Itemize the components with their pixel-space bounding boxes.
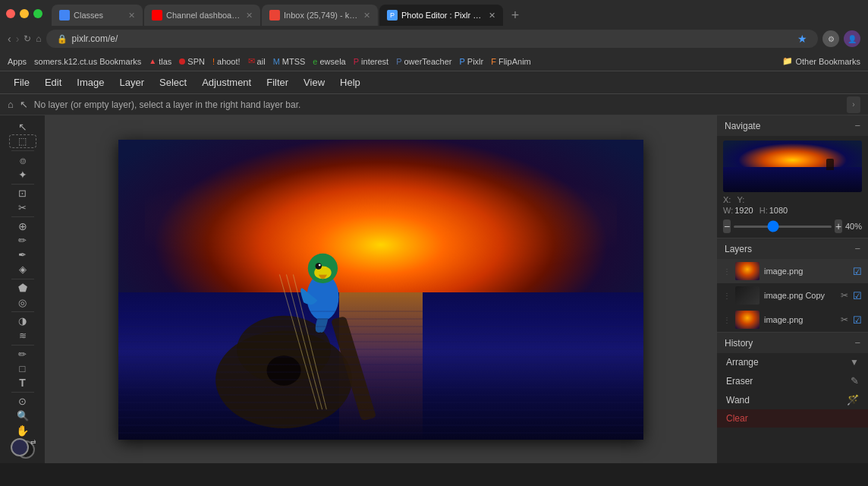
tab-youtube[interactable]: Channel dashboard - YouTube ✕ bbox=[144, 5, 260, 26]
layer-scissors-icon-2[interactable]: ✂ bbox=[841, 290, 848, 301]
bookmark-star-icon[interactable]: ★ bbox=[797, 33, 807, 45]
lock-icon: 🔒 bbox=[57, 34, 68, 44]
bookmark-ewsela[interactable]: eewsela bbox=[313, 57, 345, 66]
history-collapse-icon[interactable]: − bbox=[854, 337, 860, 349]
canvas-wrapper[interactable] bbox=[118, 140, 643, 440]
history-section: History − Arrange ▼ Eraser ✎ Wand 🪄 Clea… bbox=[717, 333, 868, 463]
tool-pen[interactable]: ✏ bbox=[9, 347, 36, 361]
tool-shape[interactable]: □ bbox=[9, 361, 36, 375]
layer-item-1[interactable]: ⋮ image.png ☑ bbox=[717, 259, 868, 283]
tool-healing[interactable]: ⊕ bbox=[9, 219, 36, 233]
history-header: History − bbox=[717, 333, 868, 353]
navigate-title: Navigate bbox=[725, 121, 760, 131]
menu-file[interactable]: File bbox=[6, 74, 37, 91]
bookmark-tlas[interactable]: ▲tlas bbox=[149, 57, 171, 66]
bookmark-ahoot[interactable]: !ahoot! bbox=[212, 57, 241, 66]
menu-layer[interactable]: Layer bbox=[112, 74, 153, 91]
canvas-image bbox=[118, 140, 643, 440]
w-value: 1920 bbox=[734, 206, 753, 215]
address-bar-row: ‹ › ↻ ⌂ 🔒 pixlr.com/e/ ★ ⚙ 👤 bbox=[0, 26, 868, 52]
history-item-arrange[interactable]: Arrange ▼ bbox=[717, 353, 868, 371]
tool-text[interactable]: T bbox=[9, 376, 36, 390]
forward-button[interactable]: › bbox=[16, 33, 20, 45]
tool-pencil[interactable]: ✒ bbox=[9, 248, 36, 262]
layers-section: Layers − ⋮ image.png ☑ ⋮ bbox=[717, 238, 868, 333]
layer-visible-checkbox-1[interactable]: ☑ bbox=[853, 266, 862, 277]
tool-eyedropper[interactable]: ⊙ bbox=[9, 395, 36, 409]
address-text: pixlr.com/e/ bbox=[72, 33, 793, 44]
tool-eraser[interactable]: ◈ bbox=[9, 263, 36, 276]
foreground-color-swatch[interactable] bbox=[11, 438, 29, 456]
tab-close[interactable]: ✕ bbox=[489, 11, 495, 21]
zoom-slider[interactable] bbox=[734, 226, 832, 228]
browser-action-profile[interactable]: ⚙ bbox=[822, 30, 839, 47]
tool-gradient[interactable]: ◎ bbox=[9, 295, 36, 309]
reload-button[interactable]: ↻ bbox=[24, 33, 31, 44]
swap-colors-icon[interactable]: ⇄ bbox=[30, 438, 36, 446]
menu-edit[interactable]: Edit bbox=[37, 74, 69, 91]
tool-zoom[interactable]: 🔍 bbox=[9, 409, 36, 423]
home-button[interactable]: ⌂ bbox=[36, 33, 41, 44]
layer-item-2[interactable]: ⋮ image.png Copy ✂ ☑ bbox=[717, 283, 868, 308]
history-item-eraser[interactable]: Eraser ✎ bbox=[717, 371, 868, 390]
tool-hand[interactable]: ✋ bbox=[9, 424, 36, 437]
traffic-light-yellow[interactable] bbox=[20, 9, 29, 18]
navigate-collapse-icon[interactable]: − bbox=[854, 120, 860, 131]
bookmark-powerteacher[interactable]: PowerTeacher bbox=[396, 57, 451, 66]
layer-item-3[interactable]: ⋮ image.png ✂ ☑ bbox=[717, 308, 868, 332]
home-icon[interactable]: ⌂ bbox=[8, 99, 14, 110]
tool-crop[interactable]: ⊡ bbox=[9, 187, 36, 200]
tab-classes[interactable]: Classes ✕ bbox=[52, 5, 143, 26]
menu-image[interactable]: Image bbox=[69, 74, 112, 91]
navigate-thumbnail[interactable] bbox=[723, 140, 862, 192]
menu-filter[interactable]: Filter bbox=[259, 74, 296, 91]
tool-slice[interactable]: ✂ bbox=[9, 201, 36, 215]
zoom-out-button[interactable]: − bbox=[723, 219, 731, 233]
back-button[interactable]: ‹ bbox=[8, 33, 11, 45]
menu-view[interactable]: View bbox=[296, 74, 332, 91]
tool-paint-bucket[interactable]: ⬟ bbox=[9, 281, 36, 295]
address-bar[interactable]: 🔒 pixlr.com/e/ ★ bbox=[46, 30, 818, 48]
tool-select-arrow[interactable]: ↖ bbox=[9, 120, 36, 134]
history-title: History bbox=[725, 338, 753, 349]
traffic-light-red[interactable] bbox=[6, 9, 15, 18]
expand-panel-button[interactable]: › bbox=[847, 96, 860, 113]
layer-visible-checkbox-3[interactable]: ☑ bbox=[853, 314, 862, 326]
bookmark-other[interactable]: 📁Other Bookmarks bbox=[782, 56, 860, 66]
history-item-wand[interactable]: Wand 🪄 bbox=[717, 390, 868, 409]
bookmark-somers[interactable]: somers.k12.ct.us Bookmarks bbox=[34, 57, 141, 66]
tab-pixlr[interactable]: P Photo Editor : Pixlr E – free ima... ✕ bbox=[379, 5, 503, 26]
layer-scissors-icon-3[interactable]: ✂ bbox=[841, 314, 848, 325]
tab-inbox[interactable]: Inbox (25,749) - kyle.kipfer@s... ✕ bbox=[262, 5, 378, 26]
browser-chrome: Classes ✕ Channel dashboard - YouTube ✕ … bbox=[0, 0, 868, 71]
new-tab-button[interactable]: + bbox=[505, 5, 526, 26]
tool-magic-wand[interactable]: ✦ bbox=[9, 168, 36, 181]
tool-marquee[interactable]: ⬚ bbox=[9, 134, 36, 149]
history-item-clear[interactable]: Clear bbox=[717, 409, 868, 428]
tab-close[interactable]: ✕ bbox=[363, 11, 370, 21]
bookmark-spn[interactable]: SPN bbox=[179, 57, 205, 66]
bookmark-ail[interactable]: ✉ail bbox=[248, 56, 266, 66]
menu-adjustment[interactable]: Adjustment bbox=[194, 74, 259, 91]
layer-name-1: image.png bbox=[764, 267, 848, 276]
bookmark-apps[interactable]: Apps bbox=[8, 57, 27, 66]
tool-brush[interactable]: ✏ bbox=[9, 234, 36, 248]
tab-close[interactable]: ✕ bbox=[246, 11, 253, 21]
tool-dodge-burn[interactable]: ◑ bbox=[9, 314, 36, 328]
tool-blur[interactable]: ≋ bbox=[9, 329, 36, 342]
menu-help[interactable]: Help bbox=[332, 74, 368, 91]
bookmark-mtss[interactable]: MMTSS bbox=[273, 57, 306, 66]
traffic-light-green[interactable] bbox=[33, 9, 42, 18]
browser-action-menu[interactable]: 👤 bbox=[844, 30, 860, 47]
bookmark-interest[interactable]: Pinterest bbox=[354, 57, 388, 66]
tab-close[interactable]: ✕ bbox=[128, 11, 135, 21]
layers-collapse-icon[interactable]: − bbox=[854, 243, 860, 254]
right-panel: Navigate − X: bbox=[716, 115, 868, 463]
zoom-in-button[interactable]: + bbox=[835, 219, 842, 233]
menu-select[interactable]: Select bbox=[152, 74, 194, 91]
bookmark-pixlr[interactable]: PPixlr bbox=[459, 57, 483, 66]
layer-visible-checkbox-2[interactable]: ☑ bbox=[853, 290, 862, 301]
bookmark-flipanim[interactable]: FFlipAnim bbox=[491, 57, 531, 66]
tool-lasso[interactable]: ⌾ bbox=[9, 153, 36, 167]
layer-thumbnail-1 bbox=[735, 262, 760, 280]
